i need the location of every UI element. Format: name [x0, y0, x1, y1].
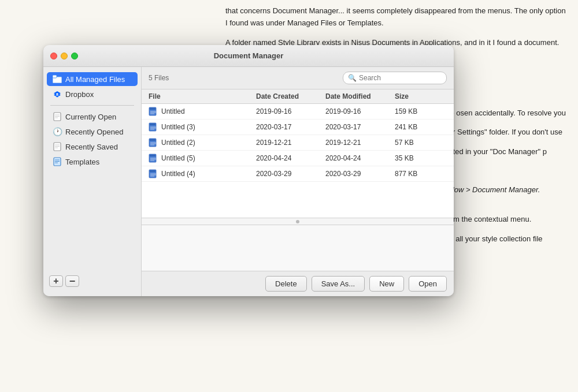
- date-modified-cell: 2019-09-16: [325, 107, 395, 115]
- file-icon: [149, 138, 158, 147]
- traffic-lights: [50, 53, 78, 59]
- file-name-cell: Untitled (2): [149, 138, 256, 147]
- search-box[interactable]: 🔍: [343, 72, 447, 84]
- date-modified-cell: 2020-04-24: [325, 154, 395, 162]
- file-name: Untitled: [161, 107, 185, 115]
- bottom-bar: Delete Save As... New Open: [142, 271, 454, 296]
- sidebar-item-dropbox-label: Dropbox: [65, 90, 94, 99]
- sidebar-item-recently-opened-label: Recently Opened: [65, 128, 123, 136]
- table-body: Untitled 2019-09-16 2019-09-16 159 KB Un…: [142, 104, 454, 216]
- scroll-indicator: [142, 218, 454, 225]
- table-row[interactable]: Untitled (5) 2020-04-24 2020-04-24 35 KB: [142, 151, 454, 166]
- date-modified-cell: 2019-12-21: [325, 139, 395, 147]
- close-button[interactable]: [50, 53, 57, 59]
- sidebar-item-currently-open[interactable]: Currently Open: [47, 110, 138, 124]
- maximize-button[interactable]: [71, 53, 78, 59]
- sidebar-item-all-managed-label: All Managed Files: [65, 75, 125, 84]
- dropbox-icon: [53, 89, 62, 99]
- document-manager-window: Document Manager All Managed Files: [43, 45, 454, 296]
- file-name-cell: Untitled (4): [149, 169, 256, 178]
- date-created-cell: 2020-04-24: [256, 154, 325, 162]
- file-name: Untitled (3): [161, 123, 195, 131]
- delete-button[interactable]: Delete: [265, 276, 307, 292]
- file-name: Untitled (5): [161, 154, 195, 162]
- add-button[interactable]: +: [49, 275, 63, 287]
- file-count: 5 Files: [149, 74, 169, 82]
- preview-area: [142, 225, 454, 271]
- search-input[interactable]: [359, 74, 440, 82]
- file-name: Untitled (2): [161, 139, 195, 147]
- recently-saved-icon: [53, 142, 62, 151]
- size-cell: 159 KB: [395, 107, 441, 115]
- remove-button[interactable]: −: [65, 275, 79, 287]
- svg-rect-25: [150, 139, 155, 141]
- file-icon: [149, 122, 158, 132]
- currently-open-icon: [53, 112, 62, 121]
- window-title: Document Manager: [214, 51, 284, 60]
- main-content: 5 Files 🔍 File Date Created Date Modifie…: [142, 67, 454, 296]
- date-created-cell: 2019-12-21: [256, 139, 325, 147]
- file-name: Untitled (4): [161, 170, 195, 178]
- svg-rect-30: [150, 155, 155, 156]
- file-icon: [149, 107, 158, 116]
- sidebar-divider: [50, 105, 134, 106]
- col-date-created: Date Created: [256, 92, 325, 100]
- date-created-cell: 2020-03-29: [256, 170, 325, 178]
- file-name-cell: Untitled (3): [149, 122, 256, 132]
- save-as-button[interactable]: Save As...: [312, 276, 365, 292]
- scroll-dot: [296, 220, 299, 223]
- sidebar: All Managed Files Dropbox: [43, 67, 142, 296]
- sidebar-bottom-buttons: + −: [43, 271, 141, 292]
- col-extra: [441, 92, 447, 100]
- file-name-cell: Untitled (5): [149, 154, 256, 163]
- file-icon: [149, 154, 158, 163]
- sidebar-item-recently-opened[interactable]: 🕐 Recently Opened: [47, 125, 138, 139]
- sidebar-item-templates[interactable]: Templates: [47, 155, 138, 169]
- file-table: File Date Created Date Modified Size Unt…: [142, 89, 454, 218]
- svg-rect-35: [150, 170, 155, 172]
- size-cell: 35 KB: [395, 154, 441, 162]
- size-cell: 877 KB: [395, 170, 441, 178]
- table-header: File Date Created Date Modified Size: [142, 89, 454, 104]
- svg-rect-15: [150, 108, 155, 110]
- top-bar: 5 Files 🔍: [142, 67, 454, 89]
- search-icon: 🔍: [348, 74, 357, 82]
- sidebar-item-currently-open-label: Currently Open: [65, 113, 116, 121]
- file-icon: [149, 169, 158, 178]
- col-date-modified: Date Modified: [325, 92, 395, 100]
- templates-icon: [53, 157, 62, 166]
- all-managed-icon: [53, 74, 62, 84]
- date-created-cell: 2020-03-17: [256, 123, 325, 131]
- sidebar-item-recently-saved-label: Recently Saved: [65, 143, 118, 151]
- col-size: Size: [395, 92, 441, 100]
- table-row[interactable]: Untitled 2019-09-16 2019-09-16 159 KB: [142, 104, 454, 120]
- date-modified-cell: 2020-03-17: [325, 123, 395, 131]
- size-cell: 241 KB: [395, 123, 441, 131]
- new-button[interactable]: New: [369, 276, 404, 292]
- sidebar-item-all-managed[interactable]: All Managed Files: [47, 72, 138, 86]
- open-button[interactable]: Open: [409, 276, 447, 292]
- sidebar-item-recently-saved[interactable]: Recently Saved: [47, 140, 138, 154]
- file-name-cell: Untitled: [149, 107, 256, 116]
- table-row[interactable]: Untitled (2) 2019-12-21 2019-12-21 57 KB: [142, 135, 454, 151]
- table-row[interactable]: Untitled (4) 2020-03-29 2020-03-29 877 K…: [142, 166, 454, 182]
- title-bar: Document Manager: [43, 45, 454, 67]
- bg-para-1: that concerns Document Manager... it see…: [225, 5, 566, 29]
- sidebar-item-dropbox[interactable]: Dropbox: [47, 87, 138, 101]
- table-row[interactable]: Untitled (3) 2020-03-17 2020-03-17 241 K…: [142, 120, 454, 135]
- minimize-button[interactable]: [61, 53, 68, 59]
- recently-opened-icon: 🕐: [53, 127, 62, 136]
- sidebar-item-templates-label: Templates: [65, 158, 99, 166]
- size-cell: 57 KB: [395, 139, 441, 147]
- date-created-cell: 2019-09-16: [256, 107, 325, 115]
- svg-rect-20: [150, 124, 155, 125]
- svg-rect-1: [53, 75, 57, 78]
- date-modified-cell: 2020-03-29: [325, 170, 395, 178]
- window-body: All Managed Files Dropbox: [43, 67, 454, 296]
- col-file: File: [149, 92, 256, 100]
